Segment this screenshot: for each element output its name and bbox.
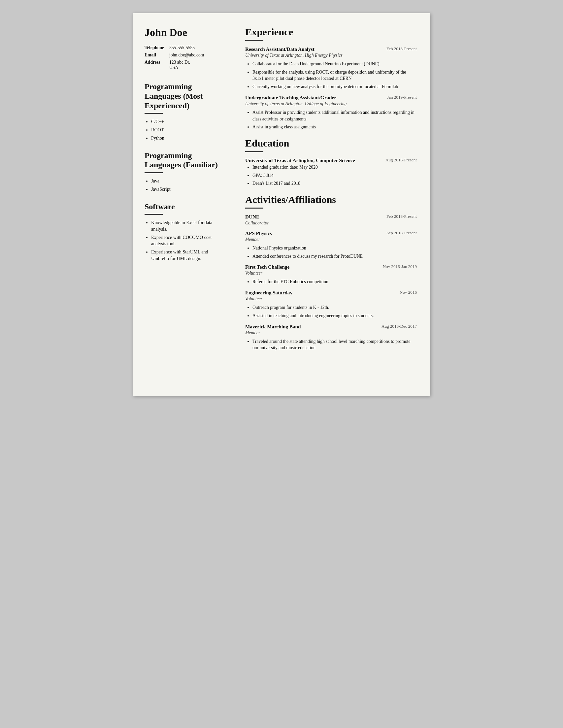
list-item: Intended graduation date: May 2020 bbox=[252, 164, 417, 171]
address-row: Address 123 abc Dr. USA bbox=[145, 60, 222, 70]
prog-familiar-section: Programming Languages (Familiar) JavaJav… bbox=[145, 151, 222, 193]
list-item: GPA: 3.814 bbox=[252, 172, 417, 179]
affil-subtitle: Volunteer bbox=[245, 296, 417, 302]
affil-title: Maverick Marching Band bbox=[245, 324, 301, 330]
list-item: Experience with COCOMO cost analysis too… bbox=[151, 234, 222, 247]
list-item: Dean's List 2017 and 2018 bbox=[252, 180, 417, 187]
prog-familiar-divider bbox=[145, 172, 163, 173]
affil-title: First Tech Challenge bbox=[245, 264, 289, 270]
edu-date: Aug 2016-Present bbox=[385, 157, 417, 163]
job-subtitle: University of Texas at Arlington, High E… bbox=[245, 53, 417, 58]
telephone-label: Telephone bbox=[145, 45, 169, 50]
contact-section: Telephone 555-555-5555 Email john.doe@ab… bbox=[145, 45, 222, 70]
affil-title: APS Physics bbox=[245, 230, 272, 236]
affil-entry: First Tech ChallengeNov 2016-Jan 2019Vol… bbox=[245, 264, 417, 285]
job-date: Feb 2018-Present bbox=[386, 46, 417, 51]
affil-date: Sep 2018-Present bbox=[386, 230, 417, 236]
email-label: Email bbox=[145, 52, 169, 58]
list-item: Knowledgeable in Excel for data analysis… bbox=[151, 219, 222, 232]
affil-bullets: National Physics organizationAttended co… bbox=[245, 245, 417, 259]
affil-subtitle: Member bbox=[245, 330, 417, 336]
activities-heading: Activities/Affiliations bbox=[245, 194, 417, 206]
list-item: ROOT bbox=[151, 127, 222, 133]
list-item: Assist Professor in providing students a… bbox=[252, 109, 417, 122]
affil-title: Engineering Saturday bbox=[245, 290, 292, 296]
list-item: JavaScript bbox=[151, 186, 222, 193]
activities-entries: DUNEFeb 2018-PresentCollaboratorAPS Phys… bbox=[245, 214, 417, 351]
experience-jobs: Research Assistant/Data AnalystFeb 2018-… bbox=[245, 46, 417, 130]
email-value: john.doe@abc.com bbox=[169, 52, 204, 58]
list-item: Assist in grading class assignments bbox=[252, 124, 417, 130]
address-value: 123 abc Dr. USA bbox=[169, 60, 190, 70]
telephone-row: Telephone 555-555-5555 bbox=[145, 45, 222, 50]
affil-header: APS PhysicsSep 2018-Present bbox=[245, 230, 417, 236]
list-item: Responsible for the analysis, using ROOT… bbox=[252, 69, 417, 82]
affil-header: DUNEFeb 2018-Present bbox=[245, 214, 417, 220]
prog-most-heading: Programming Languages (Most Experienced) bbox=[145, 82, 222, 110]
job-title: Research Assistant/Data Analyst bbox=[245, 46, 315, 52]
affil-date: Nov 2016-Jan 2019 bbox=[383, 264, 417, 269]
address-label: Address bbox=[145, 60, 169, 65]
job-header: Research Assistant/Data AnalystFeb 2018-… bbox=[245, 46, 417, 52]
candidate-name: John Doe bbox=[145, 26, 222, 39]
prog-most-section: Programming Languages (Most Experienced)… bbox=[145, 82, 222, 142]
edu-entry: University of Texas at Arlington, Comput… bbox=[245, 157, 417, 187]
list-item: C/C++ bbox=[151, 118, 222, 125]
job-subtitle: University of Texas at Arlington, Colleg… bbox=[245, 101, 417, 107]
affil-bullets: Traveled around the state attending high… bbox=[245, 338, 417, 351]
software-list: Knowledgeable in Excel for data analysis… bbox=[145, 219, 222, 262]
software-heading: Software bbox=[145, 202, 222, 212]
affil-bullets: Referee for the FTC Robotics competition… bbox=[245, 279, 417, 285]
activities-divider bbox=[245, 208, 263, 209]
job-bullets: Assist Professor in providing students a… bbox=[245, 109, 417, 130]
telephone-value: 555-555-5555 bbox=[169, 45, 195, 50]
list-item: National Physics organization bbox=[252, 245, 417, 251]
list-item: Python bbox=[151, 135, 222, 142]
edu-bullets: Intended graduation date: May 2020GPA: 3… bbox=[245, 164, 417, 187]
affil-entry: APS PhysicsSep 2018-PresentMemberNationa… bbox=[245, 230, 417, 259]
affil-header: Maverick Marching BandAug 2016-Dec 2017 bbox=[245, 324, 417, 330]
experience-section: Experience Research Assistant/Data Analy… bbox=[245, 26, 417, 130]
job-title: Undergraduate Teaching Assistant/Grader bbox=[245, 95, 336, 101]
experience-divider bbox=[245, 40, 263, 41]
list-item: Collaborator for the Deep Underground Ne… bbox=[252, 61, 417, 67]
prog-familiar-list: JavaJavaScript bbox=[145, 178, 222, 192]
resume-container: John Doe Telephone 555-555-5555 Email jo… bbox=[133, 13, 430, 396]
education-entries: University of Texas at Arlington, Comput… bbox=[245, 157, 417, 187]
list-item: Referee for the FTC Robotics competition… bbox=[252, 279, 417, 285]
left-column: John Doe Telephone 555-555-5555 Email jo… bbox=[133, 13, 232, 396]
affil-entry: Maverick Marching BandAug 2016-Dec 2017M… bbox=[245, 324, 417, 351]
affil-bullets: Outreach program for students in K - 12t… bbox=[245, 304, 417, 319]
job-entry: Research Assistant/Data AnalystFeb 2018-… bbox=[245, 46, 417, 90]
activities-section: Activities/Affiliations DUNEFeb 2018-Pre… bbox=[245, 194, 417, 351]
email-row: Email john.doe@abc.com bbox=[145, 52, 222, 58]
affil-subtitle: Volunteer bbox=[245, 271, 417, 276]
right-column: Experience Research Assistant/Data Analy… bbox=[232, 13, 430, 396]
affil-subtitle: Member bbox=[245, 237, 417, 242]
list-item: Java bbox=[151, 178, 222, 184]
edu-title: University of Texas at Arlington, Comput… bbox=[245, 157, 382, 163]
job-date: Jan 2019-Present bbox=[387, 95, 417, 100]
list-item: Currently working on new analysis for th… bbox=[252, 83, 417, 90]
list-item: Experience with StarUML and Umbrello for… bbox=[151, 249, 222, 262]
affil-date: Aug 2016-Dec 2017 bbox=[381, 324, 417, 329]
education-divider bbox=[245, 151, 263, 152]
affil-entry: DUNEFeb 2018-PresentCollaborator bbox=[245, 214, 417, 226]
affil-header: Engineering SaturdayNov 2016 bbox=[245, 290, 417, 296]
name-section: John Doe bbox=[145, 26, 222, 39]
software-divider bbox=[145, 214, 163, 215]
affil-date: Feb 2018-Present bbox=[386, 214, 417, 219]
affil-header: First Tech ChallengeNov 2016-Jan 2019 bbox=[245, 264, 417, 270]
job-bullets: Collaborator for the Deep Underground Ne… bbox=[245, 61, 417, 90]
list-item: Attended conferences to discuss my resea… bbox=[252, 253, 417, 260]
list-item: Outreach program for students in K - 12t… bbox=[252, 304, 417, 311]
experience-heading: Experience bbox=[245, 26, 417, 38]
list-item: Traveled around the state attending high… bbox=[252, 338, 417, 351]
education-heading: Education bbox=[245, 138, 417, 149]
prog-familiar-heading: Programming Languages (Familiar) bbox=[145, 151, 222, 170]
list-item: Assisted in teaching and introducing eng… bbox=[252, 313, 417, 319]
education-section: Education University of Texas at Arlingt… bbox=[245, 138, 417, 187]
job-entry: Undergraduate Teaching Assistant/GraderJ… bbox=[245, 95, 417, 130]
job-header: Undergraduate Teaching Assistant/GraderJ… bbox=[245, 95, 417, 101]
edu-header: University of Texas at Arlington, Comput… bbox=[245, 157, 417, 163]
